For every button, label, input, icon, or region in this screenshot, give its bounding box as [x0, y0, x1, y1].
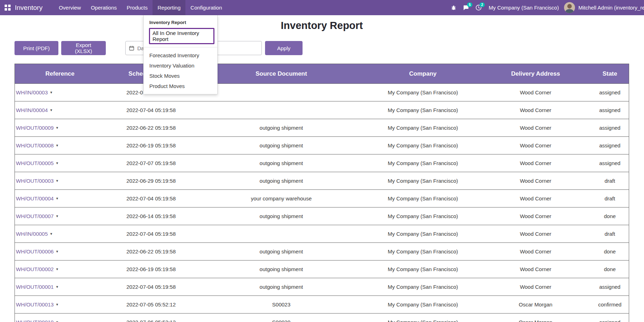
- company-switcher[interactable]: My Company (San Francisco): [489, 5, 559, 11]
- caret-down-icon: ▾: [50, 232, 52, 236]
- activities-clock-icon[interactable]: 2: [475, 4, 482, 11]
- col-header-reference: Reference: [15, 64, 105, 84]
- caret-down-icon: ▾: [56, 214, 58, 218]
- table-row: WH/OUT/00013 ▾ 2022-07-05 05:52:12 S0002…: [15, 296, 629, 314]
- app-title[interactable]: Inventory: [15, 4, 42, 12]
- state-cell: assigned: [591, 278, 629, 296]
- apply-button[interactable]: Apply: [265, 41, 303, 55]
- user-avatar[interactable]: [564, 2, 575, 13]
- reference-link[interactable]: WH/OUT/00002 ▾: [16, 266, 58, 272]
- col-header-source-document: Source Document: [197, 64, 366, 84]
- reference-text: WH/OUT/00005: [16, 160, 54, 166]
- dropdown-item-stock-moves[interactable]: Stock Moves: [144, 71, 217, 81]
- reference-text: WH/IN/00004: [16, 107, 48, 113]
- col-header-delivery-address: Delivery Address: [480, 64, 591, 84]
- dropdown-section-title: Inventory Report: [144, 19, 217, 27]
- table-row: WH/OUT/00001 ▾ 2022-07-04 05:19:58 outgo…: [15, 278, 629, 296]
- navbar-right-cluster: 5 2 My Company (San Francisco) Mitchell …: [450, 0, 644, 15]
- reference-link[interactable]: WH/OUT/00003 ▾: [16, 178, 58, 184]
- reference-cell: WH/OUT/00006 ▾: [15, 243, 105, 260]
- source-document-cell: your company warehouse: [197, 190, 366, 207]
- report-table-header: Reference Scheduled Date Source Document…: [15, 64, 629, 84]
- delivery-address-cell: Wood Corner: [480, 172, 591, 190]
- scheduled-date-cell: 2022-07-04 05:19:58: [105, 190, 197, 207]
- source-document-cell: outgoing shipment: [197, 172, 366, 190]
- caret-down-icon: ▾: [56, 302, 58, 307]
- company-cell: My Company (San Francisco): [366, 172, 481, 190]
- nav-menu-overview[interactable]: Overview: [54, 0, 86, 15]
- reference-link[interactable]: WH/OUT/00008 ▾: [16, 142, 58, 148]
- caret-down-icon: ▾: [56, 267, 58, 271]
- scheduled-date-cell: 2022-07-04 05:19:58: [105, 101, 197, 119]
- table-row: WH/IN/00004 ▾ 2022-07-04 05:19:58 My Com…: [15, 101, 629, 119]
- reference-link[interactable]: WH/OUT/00010 ▾: [16, 319, 58, 322]
- company-cell: My Company (San Francisco): [366, 207, 481, 225]
- reference-text: WH/OUT/00006: [16, 248, 54, 254]
- dropdown-item-inventory-valuation[interactable]: Inventory Valuation: [144, 60, 217, 71]
- reference-link[interactable]: WH/OUT/00007 ▾: [16, 213, 58, 219]
- print-pdf-button[interactable]: Print (PDF): [15, 41, 58, 55]
- main-menu-bar: Overview Operations Products Reporting C…: [54, 0, 227, 15]
- messages-icon[interactable]: 5: [462, 4, 470, 11]
- table-row: WH/OUT/00002 ▾ 2022-06-19 05:19:58 outgo…: [15, 260, 629, 278]
- source-document-cell: [197, 101, 366, 119]
- reference-link[interactable]: WH/OUT/00013 ▾: [16, 301, 58, 308]
- dropdown-item-all-in-one-inventory-report[interactable]: All In One Inventory Report: [149, 28, 214, 44]
- col-header-state: State: [591, 64, 629, 84]
- table-row: WH/OUT/00007 ▾ 2022-06-14 05:19:58 outgo…: [15, 207, 629, 225]
- company-cell: My Company (San Francisco): [366, 243, 481, 260]
- user-menu[interactable]: Mitchell Admin (inventory_repo: [578, 5, 644, 11]
- company-cell: My Company (San Francisco): [366, 84, 481, 101]
- export-xlsx-button[interactable]: Export (XLSX): [61, 41, 106, 55]
- reference-link[interactable]: WH/OUT/00001 ▾: [16, 284, 58, 290]
- reference-link[interactable]: WH/OUT/00009 ▾: [16, 125, 58, 131]
- delivery-address-cell: Wood Corner: [480, 119, 591, 137]
- scheduled-date-cell: 2022-06-19 05:19:58: [105, 260, 197, 278]
- reference-link[interactable]: WH/OUT/00004 ▾: [16, 195, 58, 201]
- nav-menu-products[interactable]: Products: [122, 0, 153, 15]
- nav-menu-configuration[interactable]: Configuration: [185, 0, 227, 15]
- reference-link[interactable]: WH/IN/00005 ▾: [16, 231, 52, 237]
- nav-menu-operations[interactable]: Operations: [86, 0, 122, 15]
- table-row: WH/OUT/00005 ▾ 2022-07-07 05:19:58 outgo…: [15, 154, 629, 172]
- reporting-dropdown-menu: Inventory Report All In One Inventory Re…: [143, 15, 218, 94]
- table-row: WH/OUT/00004 ▾ 2022-07-04 05:19:58 your …: [15, 190, 629, 207]
- source-document-cell: outgoing shipment: [197, 207, 366, 225]
- dropdown-item-forecasted-inventory[interactable]: Forecasted Inventory: [144, 50, 217, 60]
- reference-text: WH/IN/00003: [16, 89, 48, 95]
- col-header-company: Company: [366, 64, 481, 84]
- company-cell: My Company (San Francisco): [366, 296, 481, 314]
- source-document-cell: outgoing shipment: [197, 154, 366, 172]
- caret-down-icon: ▾: [56, 161, 58, 165]
- delivery-address-cell: Oscar Morgan: [480, 314, 591, 322]
- reference-cell: WH/IN/00005 ▾: [15, 225, 105, 243]
- state-cell: done: [591, 260, 629, 278]
- source-document-cell: S00023: [197, 296, 366, 314]
- caret-down-icon: ▾: [56, 320, 58, 322]
- messages-badge: 5: [467, 2, 472, 7]
- state-cell: draft: [591, 225, 629, 243]
- reference-text: WH/OUT/00008: [16, 142, 54, 148]
- delivery-address-cell: Wood Corner: [480, 101, 591, 119]
- reference-text: WH/OUT/00001: [16, 284, 54, 290]
- debug-bug-icon[interactable]: [450, 4, 457, 11]
- reference-link[interactable]: WH/OUT/00005 ▾: [16, 160, 58, 166]
- reference-link[interactable]: WH/IN/00004 ▾: [16, 107, 52, 113]
- table-row: WH/OUT/00008 ▾ 2022-06-19 05:19:58 outgo…: [15, 137, 629, 154]
- reference-text: WH/OUT/00013: [16, 301, 54, 308]
- apps-grid-icon[interactable]: [5, 5, 11, 11]
- reference-cell: WH/OUT/00007 ▾: [15, 207, 105, 225]
- state-cell: assigned: [591, 101, 629, 119]
- delivery-address-cell: Wood Corner: [480, 84, 591, 101]
- source-document-cell: [197, 225, 366, 243]
- reference-link[interactable]: WH/IN/00003 ▾: [16, 89, 52, 95]
- source-document-cell: outgoing shipment: [197, 137, 366, 154]
- dropdown-item-product-moves[interactable]: Product Moves: [144, 81, 217, 91]
- reference-link[interactable]: WH/OUT/00006 ▾: [16, 248, 58, 254]
- company-cell: My Company (San Francisco): [366, 101, 481, 119]
- reference-text: WH/OUT/00003: [16, 178, 54, 184]
- delivery-address-cell: Wood Corner: [480, 260, 591, 278]
- delivery-address-cell: Wood Corner: [480, 190, 591, 207]
- state-cell: draft: [591, 172, 629, 190]
- nav-menu-reporting[interactable]: Reporting: [153, 0, 185, 15]
